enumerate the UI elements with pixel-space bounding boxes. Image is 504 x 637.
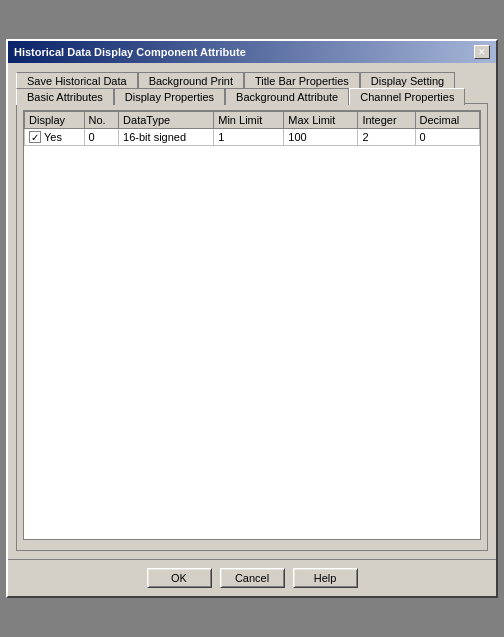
dialog-content: Save Historical Data Background Print Ti… (8, 63, 496, 559)
tab-display-properties[interactable]: Display Properties (114, 88, 225, 105)
col-header-datatype: DataType (119, 112, 214, 129)
table-header-row: Display No. DataType Min Limit Max Limit… (25, 112, 480, 129)
display-label: Yes (44, 131, 62, 143)
close-button[interactable]: ✕ (474, 45, 490, 59)
cell-maxlimit: 100 (284, 129, 358, 146)
tabs-row-2: Basic Attributes Display Properties Back… (16, 87, 488, 104)
col-header-display: Display (25, 112, 85, 129)
window-title: Historical Data Display Component Attrib… (14, 46, 246, 58)
tab-background-attribute[interactable]: Background Attribute (225, 88, 349, 105)
tabs-row-1: Save Historical Data Background Print Ti… (16, 71, 488, 88)
cell-decimal: 0 (415, 129, 479, 146)
display-checkbox-cell: ✓ Yes (29, 131, 80, 143)
data-table-container: Display No. DataType Min Limit Max Limit… (23, 110, 481, 540)
ok-button[interactable]: OK (147, 568, 212, 588)
cancel-button[interactable]: Cancel (220, 568, 285, 588)
title-bar: Historical Data Display Component Attrib… (8, 41, 496, 63)
tab-channel-properties[interactable]: Channel Properties (349, 88, 465, 105)
cell-minlimit: 1 (214, 129, 284, 146)
cell-datatype: 16-bit signed (119, 129, 214, 146)
display-checkbox[interactable]: ✓ (29, 131, 41, 143)
title-bar-controls: ✕ (474, 45, 490, 59)
cell-no: 0 (84, 129, 119, 146)
tab-panel: Display No. DataType Min Limit Max Limit… (16, 103, 488, 551)
tab-container: Save Historical Data Background Print Ti… (16, 71, 488, 551)
table-row: ✓ Yes 0 16-bit signed 1 100 2 0 (25, 129, 480, 146)
channel-properties-table: Display No. DataType Min Limit Max Limit… (24, 111, 480, 146)
dialog-footer: OK Cancel Help (8, 559, 496, 596)
cell-integer: 2 (358, 129, 415, 146)
col-header-maxlimit: Max Limit (284, 112, 358, 129)
tab-basic-attributes[interactable]: Basic Attributes (16, 88, 114, 105)
col-header-integer: Integer (358, 112, 415, 129)
dialog-window: Historical Data Display Component Attrib… (6, 39, 498, 598)
col-header-minlimit: Min Limit (214, 112, 284, 129)
col-header-decimal: Decimal (415, 112, 479, 129)
help-button[interactable]: Help (293, 568, 358, 588)
cell-display[interactable]: ✓ Yes (25, 129, 85, 146)
col-header-no: No. (84, 112, 119, 129)
